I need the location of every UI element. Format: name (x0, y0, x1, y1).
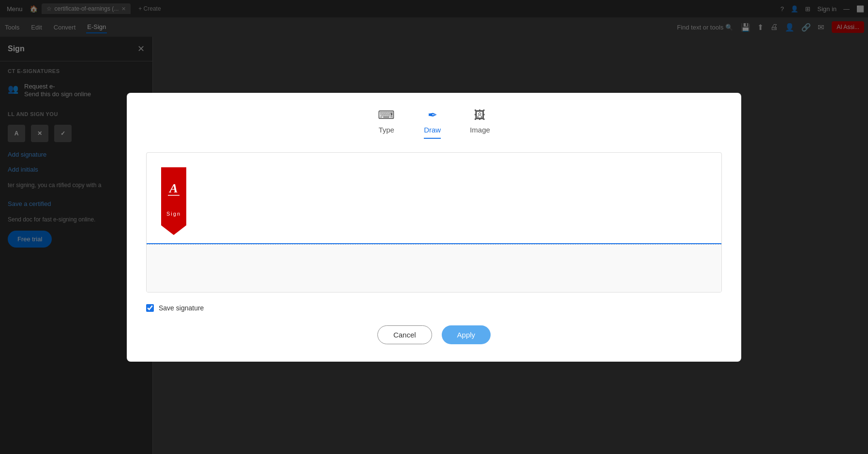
tab-type[interactable]: ⌨ Type (378, 108, 395, 139)
save-signature-row: Save signature (146, 304, 722, 312)
tab-draw-label: Draw (424, 126, 441, 134)
tab-type-label: Type (378, 126, 394, 134)
signature-modal: ⌨ Type ✒ Draw 🖼 Image (127, 93, 741, 362)
draw-baseline (147, 243, 721, 244)
draw-icon: ✒ (428, 108, 437, 122)
modal-overlay: ⌨ Type ✒ Draw 🖼 Image (0, 0, 868, 454)
draw-canvas[interactable]: A Sign (146, 152, 722, 293)
modal-tabs: ⌨ Type ✒ Draw 🖼 Image (146, 108, 722, 139)
tab-image-label: Image (470, 126, 490, 134)
draw-area-bottom (147, 245, 721, 293)
tab-draw[interactable]: ✒ Draw (424, 108, 441, 139)
svg-text:A: A (168, 181, 178, 195)
apply-button[interactable]: Apply (442, 325, 491, 344)
draw-area-top[interactable]: A Sign (147, 153, 721, 245)
save-signature-checkbox[interactable] (146, 304, 154, 312)
svg-text:Sign: Sign (166, 211, 181, 217)
tab-image[interactable]: 🖼 Image (470, 108, 490, 139)
save-signature-label[interactable]: Save signature (159, 304, 204, 312)
cancel-button[interactable]: Cancel (377, 325, 432, 344)
adobe-sign-bookmark: A Sign (161, 167, 186, 230)
type-icon: ⌨ (378, 108, 395, 122)
svg-marker-0 (161, 167, 186, 235)
modal-actions: Cancel Apply (146, 325, 722, 344)
image-icon: 🖼 (474, 108, 486, 122)
